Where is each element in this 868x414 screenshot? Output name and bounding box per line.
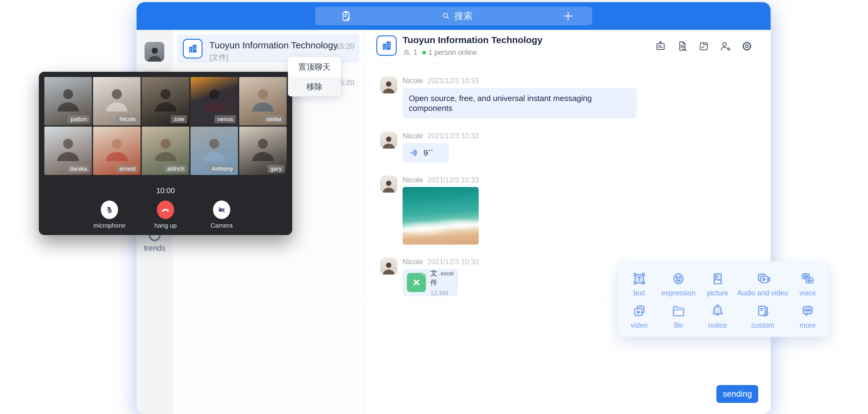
conversation-last-message: [文件] bbox=[209, 52, 228, 62]
camera-button[interactable] bbox=[213, 200, 230, 219]
chat-history-search-button[interactable] bbox=[676, 40, 689, 53]
voice-wave-icon bbox=[409, 148, 420, 158]
person-silhouette-icon bbox=[152, 135, 179, 161]
x-glyph bbox=[410, 276, 423, 289]
online-status: 1 person online bbox=[429, 49, 477, 57]
file-message-bubble[interactable]: 文件 .excel 12.8M bbox=[403, 269, 458, 296]
screenshot-button[interactable] bbox=[399, 306, 411, 318]
add-member-icon bbox=[719, 40, 732, 53]
feature-label: text bbox=[633, 289, 645, 297]
person-silhouette-icon bbox=[201, 85, 227, 112]
trends-label: trends bbox=[144, 244, 165, 253]
file-info: 文件 .excel 12.8M bbox=[430, 268, 454, 297]
members-icon bbox=[403, 49, 411, 57]
chat-header: Tuoyun Information Technology 1 1 person… bbox=[366, 30, 771, 63]
feature-notice[interactable]: notice bbox=[698, 300, 737, 332]
file-extension: .excel bbox=[439, 270, 454, 277]
feature-label: voice bbox=[800, 289, 816, 297]
feature-label: file bbox=[674, 321, 683, 329]
video-tile: patton bbox=[44, 77, 92, 125]
voice-message-bubble[interactable]: 9`` bbox=[403, 143, 449, 163]
notify-button[interactable] bbox=[521, 306, 533, 318]
feature-voice[interactable]: voice bbox=[788, 268, 827, 300]
sender-avatar[interactable] bbox=[380, 131, 397, 149]
person-silhouette-icon bbox=[201, 135, 227, 161]
order-list-button[interactable] bbox=[339, 9, 352, 23]
send-file-button[interactable] bbox=[480, 306, 492, 318]
member-count: 1 bbox=[413, 49, 417, 57]
microphone-label: microphone bbox=[93, 222, 126, 229]
file-size: 12.8M bbox=[430, 289, 454, 297]
feature-expression[interactable]: expression bbox=[659, 268, 698, 300]
camera-control: Camera bbox=[203, 200, 240, 229]
online-dot bbox=[422, 51, 426, 55]
send-image-button[interactable] bbox=[420, 306, 431, 318]
person-silhouette-icon bbox=[147, 45, 163, 62]
message-text-content: Open source, free, and universal instant… bbox=[409, 93, 631, 113]
video-tile: Nicole bbox=[93, 77, 141, 125]
message-head: Nicole 2021/12/3 10:33 bbox=[403, 131, 479, 140]
group-video-call-window: patton Nicole zoie venus stellar danika bbox=[39, 72, 292, 235]
message-time: 2021/12/3 10:33 bbox=[428, 77, 479, 85]
feature-video[interactable]: video bbox=[620, 300, 659, 332]
person-silhouette-icon bbox=[250, 135, 276, 161]
add-button[interactable] bbox=[561, 9, 575, 23]
current-user-avatar[interactable] bbox=[145, 42, 164, 62]
group-avatar bbox=[376, 35, 397, 56]
chat-meta: 1 1 person online bbox=[403, 49, 477, 57]
person-silhouette-icon bbox=[103, 135, 130, 161]
video-call-icon bbox=[501, 306, 513, 318]
search-icon bbox=[441, 11, 451, 21]
message-time: 2021/12/3 10:33 bbox=[428, 258, 479, 266]
conversation-context-menu: 置顶聊天 移除 bbox=[288, 57, 341, 96]
desktop-background: 搜索 trends bbox=[0, 0, 868, 414]
message-feature-panel: text expression picture bbox=[617, 261, 830, 337]
person-silhouette-icon bbox=[103, 85, 130, 112]
video-call-button[interactable] bbox=[501, 306, 513, 318]
sender-name: Nicole bbox=[403, 176, 423, 184]
feature-label: more bbox=[800, 321, 815, 329]
audio-video-icon bbox=[754, 270, 771, 287]
feature-text[interactable]: text bbox=[620, 268, 659, 300]
excel-file-icon bbox=[407, 273, 426, 292]
person-silhouette-icon bbox=[381, 134, 396, 149]
camera-muted-icon bbox=[217, 205, 226, 214]
participant-name: venus bbox=[215, 115, 236, 123]
feature-custom[interactable]: custom bbox=[737, 300, 788, 332]
emoji-button[interactable] bbox=[379, 306, 391, 318]
send-video-button[interactable] bbox=[440, 306, 452, 318]
add-member-button[interactable] bbox=[719, 40, 732, 53]
group-file-button[interactable] bbox=[697, 40, 710, 53]
microphone-button[interactable] bbox=[101, 200, 118, 219]
person-silhouette-icon bbox=[381, 178, 396, 193]
menu-item-pin-chat[interactable]: 置顶聊天 bbox=[288, 57, 341, 77]
search-bar[interactable]: 搜索 bbox=[315, 7, 592, 25]
search-input[interactable]: 搜索 bbox=[441, 10, 473, 23]
contact-card-button[interactable] bbox=[460, 306, 472, 318]
message-image: Nicole 2021/12/3 10:33 bbox=[380, 176, 771, 245]
sender-avatar[interactable] bbox=[380, 257, 397, 275]
conversation-title: Tuoyun Information Technology bbox=[209, 40, 338, 51]
feature-more[interactable]: more bbox=[788, 300, 827, 332]
voice-bubbles-icon bbox=[799, 270, 816, 287]
custom-doc-pencil-icon bbox=[754, 303, 771, 319]
sender-avatar[interactable] bbox=[380, 176, 397, 193]
hang-up-icon bbox=[160, 204, 171, 215]
send-button[interactable]: sending bbox=[716, 385, 758, 403]
settings-button[interactable] bbox=[740, 40, 753, 53]
image-message-thumbnail[interactable] bbox=[403, 187, 479, 245]
menu-item-remove[interactable]: 移除 bbox=[288, 77, 341, 96]
order-list-icon bbox=[339, 9, 352, 23]
feature-audio-video[interactable]: Audio and video bbox=[737, 268, 788, 300]
video-tile: aldrich bbox=[142, 127, 189, 175]
feature-label: custom bbox=[751, 321, 774, 329]
contact-card-icon bbox=[460, 306, 472, 318]
participant-name: gary bbox=[268, 165, 284, 173]
feature-picture[interactable]: picture bbox=[698, 268, 737, 300]
feature-file[interactable]: file bbox=[659, 300, 698, 332]
input-toolbar bbox=[379, 306, 533, 318]
sender-avatar[interactable] bbox=[380, 76, 397, 94]
hang-up-button[interactable] bbox=[157, 200, 174, 219]
person-silhouette-icon bbox=[381, 260, 396, 275]
announcement-button[interactable] bbox=[654, 40, 667, 53]
